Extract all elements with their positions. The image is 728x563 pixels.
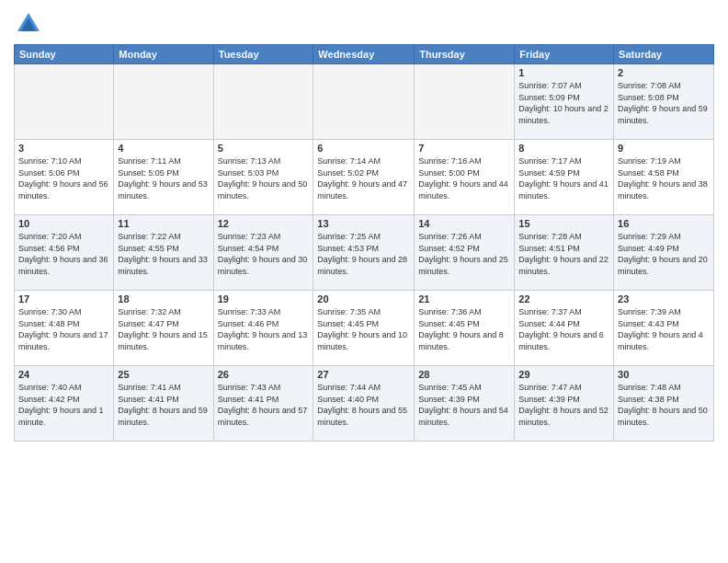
day-number: 3: [18, 143, 109, 154]
calendar-cell: 18Sunrise: 7:32 AM Sunset: 4:47 PM Dayli…: [114, 291, 213, 366]
calendar-cell: 21Sunrise: 7:36 AM Sunset: 4:45 PM Dayli…: [415, 291, 515, 366]
day-header-sunday: Sunday: [15, 45, 114, 64]
day-info: Sunrise: 7:37 AM Sunset: 4:44 PM Dayligh…: [518, 306, 609, 352]
day-number: 12: [218, 218, 310, 229]
day-number: 21: [418, 293, 510, 304]
calendar-cell: 13Sunrise: 7:25 AM Sunset: 4:53 PM Dayli…: [313, 215, 415, 291]
calendar-cell: 19Sunrise: 7:33 AM Sunset: 4:46 PM Dayli…: [213, 291, 313, 366]
day-info: Sunrise: 7:17 AM Sunset: 4:59 PM Dayligh…: [518, 155, 609, 201]
calendar-cell: 3Sunrise: 7:10 AM Sunset: 5:06 PM Daylig…: [15, 140, 114, 215]
day-number: 9: [618, 143, 710, 154]
calendar-cell: [415, 64, 515, 140]
day-info: Sunrise: 7:41 AM Sunset: 4:41 PM Dayligh…: [118, 382, 209, 428]
day-info: Sunrise: 7:11 AM Sunset: 5:05 PM Dayligh…: [118, 155, 209, 201]
calendar-cell: 17Sunrise: 7:30 AM Sunset: 4:48 PM Dayli…: [15, 291, 114, 366]
day-number: 8: [518, 143, 609, 154]
calendar-cell: 14Sunrise: 7:26 AM Sunset: 4:52 PM Dayli…: [415, 215, 515, 291]
calendar-cell: [213, 64, 313, 140]
day-number: 11: [118, 218, 209, 229]
logo-icon: [14, 9, 43, 39]
calendar-cell: 26Sunrise: 7:43 AM Sunset: 4:41 PM Dayli…: [213, 366, 313, 442]
calendar-cell: 23Sunrise: 7:39 AM Sunset: 4:43 PM Dayli…: [614, 291, 714, 366]
day-info: Sunrise: 7:13 AM Sunset: 5:03 PM Dayligh…: [218, 155, 310, 201]
day-header-thursday: Thursday: [415, 45, 515, 64]
day-number: 20: [317, 293, 410, 304]
calendar-cell: 22Sunrise: 7:37 AM Sunset: 4:44 PM Dayli…: [515, 291, 614, 366]
day-number: 25: [118, 369, 209, 380]
calendar-cell: 16Sunrise: 7:29 AM Sunset: 4:49 PM Dayli…: [614, 215, 714, 291]
calendar-cell: 12Sunrise: 7:23 AM Sunset: 4:54 PM Dayli…: [213, 215, 313, 291]
calendar-cell: 4Sunrise: 7:11 AM Sunset: 5:05 PM Daylig…: [114, 140, 213, 215]
calendar-cell: 24Sunrise: 7:40 AM Sunset: 4:42 PM Dayli…: [15, 366, 114, 442]
day-info: Sunrise: 7:36 AM Sunset: 4:45 PM Dayligh…: [418, 306, 510, 352]
calendar-cell: 1Sunrise: 7:07 AM Sunset: 5:09 PM Daylig…: [515, 64, 614, 140]
day-number: 7: [418, 143, 510, 154]
day-info: Sunrise: 7:30 AM Sunset: 4:48 PM Dayligh…: [18, 306, 109, 352]
day-info: Sunrise: 7:26 AM Sunset: 4:52 PM Dayligh…: [418, 231, 510, 277]
day-info: Sunrise: 7:20 AM Sunset: 4:56 PM Dayligh…: [18, 231, 109, 277]
day-info: Sunrise: 7:16 AM Sunset: 5:00 PM Dayligh…: [418, 155, 510, 201]
calendar-cell: 28Sunrise: 7:45 AM Sunset: 4:39 PM Dayli…: [415, 366, 515, 442]
day-info: Sunrise: 7:47 AM Sunset: 4:39 PM Dayligh…: [518, 382, 609, 428]
day-number: 29: [518, 369, 609, 380]
day-number: 18: [118, 293, 209, 304]
day-number: 22: [518, 293, 609, 304]
calendar-cell: 15Sunrise: 7:28 AM Sunset: 4:51 PM Dayli…: [515, 215, 614, 291]
day-number: 24: [18, 369, 109, 380]
day-info: Sunrise: 7:14 AM Sunset: 5:02 PM Dayligh…: [317, 155, 410, 201]
day-number: 26: [218, 369, 310, 380]
calendar-cell: 2Sunrise: 7:08 AM Sunset: 5:08 PM Daylig…: [614, 64, 714, 140]
day-number: 19: [218, 293, 310, 304]
day-info: Sunrise: 7:28 AM Sunset: 4:51 PM Dayligh…: [518, 231, 609, 277]
day-number: 2: [618, 67, 710, 78]
day-header-friday: Friday: [515, 45, 614, 64]
day-number: 30: [618, 369, 710, 380]
day-info: Sunrise: 7:43 AM Sunset: 4:41 PM Dayligh…: [218, 382, 310, 428]
day-number: 13: [317, 218, 410, 229]
day-header-monday: Monday: [114, 45, 213, 64]
day-info: Sunrise: 7:40 AM Sunset: 4:42 PM Dayligh…: [18, 382, 109, 428]
day-info: Sunrise: 7:33 AM Sunset: 4:46 PM Dayligh…: [218, 306, 310, 352]
day-number: 6: [317, 143, 410, 154]
day-info: Sunrise: 7:08 AM Sunset: 5:08 PM Dayligh…: [618, 80, 710, 126]
day-number: 10: [18, 218, 109, 229]
day-number: 23: [618, 293, 710, 304]
day-number: 15: [518, 218, 609, 229]
day-info: Sunrise: 7:22 AM Sunset: 4:55 PM Dayligh…: [118, 231, 209, 277]
day-number: 14: [418, 218, 510, 229]
calendar-cell: 11Sunrise: 7:22 AM Sunset: 4:55 PM Dayli…: [114, 215, 213, 291]
day-info: Sunrise: 7:35 AM Sunset: 4:45 PM Dayligh…: [317, 306, 410, 352]
calendar-cell: [15, 64, 114, 140]
calendar-cell: 6Sunrise: 7:14 AM Sunset: 5:02 PM Daylig…: [313, 140, 415, 215]
day-info: Sunrise: 7:07 AM Sunset: 5:09 PM Dayligh…: [518, 80, 609, 126]
calendar-cell: 25Sunrise: 7:41 AM Sunset: 4:41 PM Dayli…: [114, 366, 213, 442]
logo: [14, 9, 47, 39]
calendar: SundayMondayTuesdayWednesdayThursdayFrid…: [14, 44, 714, 442]
day-number: 16: [618, 218, 710, 229]
day-header-wednesday: Wednesday: [313, 45, 415, 64]
calendar-cell: 30Sunrise: 7:48 AM Sunset: 4:38 PM Dayli…: [614, 366, 714, 442]
day-number: 5: [218, 143, 310, 154]
day-number: 28: [418, 369, 510, 380]
calendar-cell: [313, 64, 415, 140]
page-header: [14, 9, 714, 39]
day-info: Sunrise: 7:25 AM Sunset: 4:53 PM Dayligh…: [317, 231, 410, 277]
day-info: Sunrise: 7:19 AM Sunset: 4:58 PM Dayligh…: [618, 155, 710, 201]
calendar-cell: 7Sunrise: 7:16 AM Sunset: 5:00 PM Daylig…: [415, 140, 515, 215]
day-number: 17: [18, 293, 109, 304]
calendar-cell: 5Sunrise: 7:13 AM Sunset: 5:03 PM Daylig…: [213, 140, 313, 215]
day-info: Sunrise: 7:29 AM Sunset: 4:49 PM Dayligh…: [618, 231, 710, 277]
day-number: 4: [118, 143, 209, 154]
day-header-tuesday: Tuesday: [213, 45, 313, 64]
day-info: Sunrise: 7:10 AM Sunset: 5:06 PM Dayligh…: [18, 155, 109, 201]
day-number: 1: [518, 67, 609, 78]
calendar-cell: 29Sunrise: 7:47 AM Sunset: 4:39 PM Dayli…: [515, 366, 614, 442]
calendar-cell: 20Sunrise: 7:35 AM Sunset: 4:45 PM Dayli…: [313, 291, 415, 366]
day-header-saturday: Saturday: [614, 45, 714, 64]
calendar-cell: 8Sunrise: 7:17 AM Sunset: 4:59 PM Daylig…: [515, 140, 614, 215]
day-info: Sunrise: 7:39 AM Sunset: 4:43 PM Dayligh…: [618, 306, 710, 352]
calendar-cell: 27Sunrise: 7:44 AM Sunset: 4:40 PM Dayli…: [313, 366, 415, 442]
day-info: Sunrise: 7:44 AM Sunset: 4:40 PM Dayligh…: [317, 382, 410, 428]
day-number: 27: [317, 369, 410, 380]
day-info: Sunrise: 7:45 AM Sunset: 4:39 PM Dayligh…: [418, 382, 510, 428]
